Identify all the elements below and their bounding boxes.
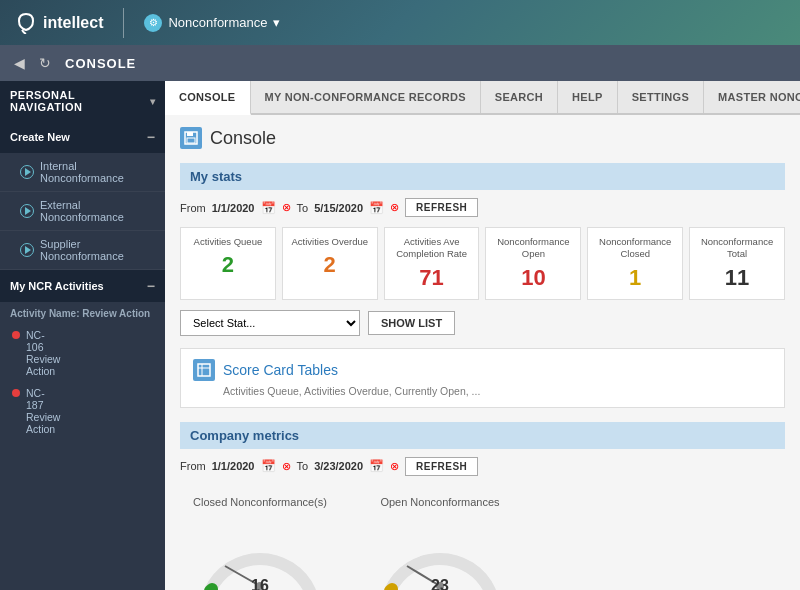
red-dot-1	[12, 331, 20, 339]
stat-label-overdue: Activities Overdue	[289, 236, 371, 248]
personal-nav-arrow: ▾	[150, 96, 156, 107]
scorecard-section: Score Card Tables Activities Queue, Acti…	[180, 348, 785, 408]
page-title: Console	[210, 128, 276, 149]
refresh-nav-button[interactable]: ↻	[35, 53, 55, 73]
tab-help[interactable]: HELP	[558, 81, 618, 113]
stat-label-nc-total: Nonconformance Total	[696, 236, 778, 261]
stat-card-completion: Activities Ave Completion Rate 71	[384, 227, 480, 300]
red-dot-2	[12, 389, 20, 397]
scorecard-header: Score Card Tables	[193, 359, 772, 381]
gauge-open-svg: 23	[375, 516, 505, 590]
stats-grid: Activities Queue 2 Activities Overdue 2 …	[180, 227, 785, 300]
select-stat-dropdown[interactable]: Select Stat...	[180, 310, 360, 336]
my-ncr-activities-header: My NCR Activities −	[0, 270, 165, 302]
module-dropdown-arrow: ▾	[273, 15, 280, 30]
stat-value-nc-open: 10	[492, 265, 574, 291]
company-metrics-date-filter: From 1/1/2020 📅 ⊗ To 3/23/2020 📅 ⊗ REFRE…	[180, 457, 785, 476]
to-calendar-icon[interactable]: 📅	[369, 201, 384, 215]
show-list-button[interactable]: SHOW LIST	[368, 311, 455, 335]
stat-card-nc-total: Nonconformance Total 11	[689, 227, 785, 300]
activity-item-2-text: NC- 187 Review Action	[26, 387, 60, 435]
cm-to-clear-icon[interactable]: ⊗	[390, 460, 399, 473]
from-clear-icon[interactable]: ⊗	[282, 201, 291, 214]
stat-value-queue: 2	[187, 252, 269, 278]
create-new-minus: −	[147, 129, 155, 145]
internal-nc-label: Internal Nonconformance	[40, 160, 155, 184]
table-icon	[197, 363, 211, 377]
activity-item-1[interactable]: NC- 106 Review Action	[0, 325, 165, 381]
play-circle-icon-supplier	[20, 243, 34, 257]
svg-text:23: 23	[431, 577, 449, 590]
content-area: CONSOLE MY NON-CONFORMANCE RECORDS SEARC…	[165, 81, 800, 590]
activities-minus: −	[147, 278, 155, 294]
second-header: ◀ ↻ CONSOLE	[0, 45, 800, 81]
supplier-nc-label: Supplier Nonconformance	[40, 238, 155, 262]
sidebar-item-external[interactable]: External Nonconformance	[0, 192, 165, 231]
stat-value-overdue: 2	[289, 252, 371, 278]
activity-item-2[interactable]: NC- 187 Review Action	[0, 383, 165, 439]
cm-from-calendar-icon[interactable]: 📅	[261, 459, 276, 473]
select-stat-row: Select Stat... SHOW LIST	[180, 310, 785, 336]
logo-area: intellect	[15, 12, 103, 34]
tab-master-table[interactable]: MASTER NONCONFORMANCE TABLE	[704, 81, 800, 113]
activity-name-label: Activity Name: Review Action	[0, 302, 165, 325]
personal-nav-label: PERSONAL NAVIGATION	[10, 89, 150, 113]
my-stats-date-filter: From 1/1/2020 📅 ⊗ To 5/15/2020 📅 ⊗ REFRE…	[180, 198, 785, 217]
stat-card-nc-open: Nonconformance Open 10	[485, 227, 581, 300]
to-date: 5/15/2020	[314, 202, 363, 214]
play-triangle-2	[25, 207, 31, 215]
top-header: intellect ⚙ Nonconformance ▾	[0, 0, 800, 45]
scorecard-subtitle: Activities Queue, Activities Overdue, Cu…	[223, 385, 772, 397]
svg-rect-1	[187, 132, 193, 136]
sidebar-item-internal[interactable]: Internal Nonconformance	[0, 153, 165, 192]
svg-rect-3	[198, 364, 210, 376]
back-button[interactable]: ◀	[10, 53, 29, 73]
stat-label-queue: Activities Queue	[187, 236, 269, 248]
stat-value-nc-closed: 1	[594, 265, 676, 291]
company-metrics-refresh-button[interactable]: REFRESH	[405, 457, 478, 476]
activity-1-action: Review	[26, 353, 60, 365]
cm-from-clear-icon[interactable]: ⊗	[282, 460, 291, 473]
header-divider	[123, 8, 124, 38]
play-circle-icon-internal	[20, 165, 34, 179]
console-page-icon	[180, 127, 202, 149]
my-stats-header: My stats	[180, 163, 785, 190]
cm-to-label: To	[297, 460, 309, 472]
gauge-open: Open Nonconformances	[360, 496, 520, 590]
logo-text: intellect	[43, 14, 103, 32]
stat-label-nc-open: Nonconformance Open	[492, 236, 574, 261]
page-title-row: Console	[180, 127, 785, 149]
console-label: CONSOLE	[65, 56, 136, 71]
main-layout: PERSONAL NAVIGATION ▾ Create New − Inter…	[0, 81, 800, 590]
company-metrics-header: Company metrics	[180, 422, 785, 449]
page-content: Console My stats From 1/1/2020 📅 ⊗ To 5/…	[165, 115, 800, 590]
play-triangle-3	[25, 246, 31, 254]
activity-1-num: 106	[26, 341, 60, 353]
my-stats-refresh-button[interactable]: REFRESH	[405, 198, 478, 217]
scorecard-icon	[193, 359, 215, 381]
gauge-open-wrapper: 23	[375, 516, 505, 590]
gear-icon: ⚙	[144, 14, 162, 32]
cm-from-label: From	[180, 460, 206, 472]
sidebar-item-supplier[interactable]: Supplier Nonconformance	[0, 231, 165, 270]
gauges-row: Closed Nonconformance(s)	[180, 486, 785, 590]
tab-search[interactable]: SEARCH	[481, 81, 558, 113]
to-clear-icon[interactable]: ⊗	[390, 201, 399, 214]
tab-settings[interactable]: SETTINGS	[618, 81, 704, 113]
cm-to-date: 3/23/2020	[314, 460, 363, 472]
from-calendar-icon[interactable]: 📅	[261, 201, 276, 215]
from-date: 1/1/2020	[212, 202, 255, 214]
cm-from-date: 1/1/2020	[212, 460, 255, 472]
gauge-closed-svg: 16	[195, 516, 325, 590]
logo-icon	[15, 12, 37, 34]
to-label: To	[297, 202, 309, 214]
stat-value-completion: 71	[391, 265, 473, 291]
personal-nav-header[interactable]: PERSONAL NAVIGATION ▾	[0, 81, 165, 121]
cm-to-calendar-icon[interactable]: 📅	[369, 459, 384, 473]
svg-text:16: 16	[251, 577, 269, 590]
module-selector[interactable]: ⚙ Nonconformance ▾	[144, 14, 280, 32]
tab-console[interactable]: CONSOLE	[165, 81, 251, 115]
tab-my-nonconformance[interactable]: MY NON-CONFORMANCE RECORDS	[251, 81, 481, 113]
create-new-label: Create New	[10, 131, 70, 143]
activity-2-action: Review	[26, 411, 60, 423]
